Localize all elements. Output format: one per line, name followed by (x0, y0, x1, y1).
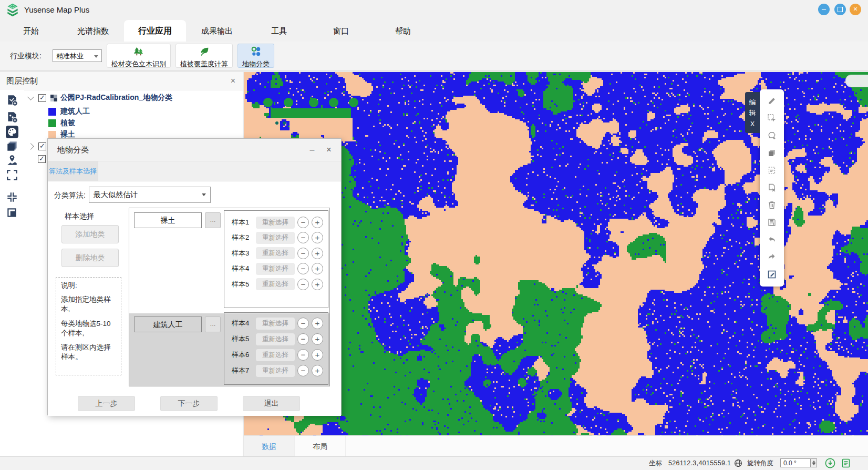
ribbon-button-1[interactable]: 植被覆盖度计算 (175, 44, 233, 68)
reselect-button[interactable]: 重新选择 (256, 365, 295, 377)
previous-step-button[interactable]: 上一步 (78, 396, 135, 411)
layer-checkbox[interactable]: ✓ (38, 94, 46, 102)
reselect-button[interactable]: 重新选择 (256, 349, 295, 361)
delete-feature-icon[interactable] (767, 183, 777, 192)
reselect-button[interactable]: 重新选择 (256, 333, 295, 345)
add-sample-button[interactable]: + (312, 217, 323, 228)
trash-icon[interactable] (767, 200, 777, 210)
layer-checkbox[interactable]: ✓ (38, 142, 46, 150)
copy-icon[interactable] (767, 148, 777, 158)
layer-row[interactable]: ✓ (24, 154, 46, 164)
rotation-input[interactable]: 0.0 ° (780, 458, 811, 467)
delete-class-button[interactable]: 删除地类 (61, 249, 119, 267)
reselect-button[interactable]: 重新选择 (256, 232, 295, 244)
ribbon-button-2[interactable]: 地物分类 (237, 44, 274, 68)
add-sample-button[interactable]: + (312, 318, 323, 329)
caret-right-icon[interactable] (27, 143, 34, 150)
basemap-icon[interactable] (6, 154, 18, 167)
menu-item-1[interactable]: 光谱指数 (62, 20, 124, 42)
pencil-icon[interactable] (767, 96, 777, 106)
remove-sample-button[interactable]: − (297, 248, 309, 259)
edit-toolbar-close[interactable]: X (750, 120, 755, 128)
collapse-icon[interactable] (6, 191, 18, 203)
add-polygon-icon[interactable] (767, 131, 777, 140)
ribbon-button-label: 植被覆盖度计算 (180, 59, 228, 69)
class-name-field[interactable]: 建筑人工 (134, 316, 202, 332)
reselect-button[interactable]: 重新选择 (256, 217, 295, 229)
fullscreen-icon[interactable] (6, 169, 18, 181)
dialog-close-button[interactable]: × (321, 139, 337, 161)
remove-sample-button[interactable]: − (297, 279, 309, 290)
tab-algorithm-sample[interactable]: 算法及样本选择 (48, 161, 98, 181)
caret-down-icon[interactable] (27, 94, 34, 100)
remove-sample-button[interactable]: − (297, 333, 309, 345)
spin-up-icon[interactable] (812, 461, 815, 463)
add-sample-button[interactable]: + (312, 365, 323, 376)
palette-icon[interactable] (6, 126, 18, 138)
view-tab-1[interactable]: 布局 (295, 436, 346, 457)
edit-toolbar-tab[interactable]: 编 辑 X (745, 92, 760, 133)
dialog-minimize-button[interactable]: – (304, 139, 320, 161)
add-sample-button[interactable]: + (312, 333, 323, 345)
remove-sample-button[interactable]: − (297, 365, 309, 376)
close-button[interactable]: × (850, 4, 861, 15)
menu-item-6[interactable]: 帮助 (372, 20, 434, 42)
add-sample-button[interactable]: + (312, 248, 323, 259)
reselect-button[interactable]: 重新选择 (256, 263, 295, 275)
menu-item-3[interactable]: 成果输出 (186, 20, 248, 42)
add-sample-button[interactable]: + (312, 232, 323, 243)
menu-item-2[interactable]: 行业应用 (124, 20, 186, 42)
spin-down-icon[interactable] (812, 463, 815, 465)
download-circle-icon[interactable] (825, 458, 835, 468)
rotation-spinner[interactable] (811, 458, 817, 467)
class-name-field[interactable]: 裸土 (134, 212, 202, 228)
sample-groups: 裸土...样本1重新选择−+样本2重新选择−+样本3重新选择−+样本4重新选择−… (129, 208, 330, 386)
module-select[interactable]: 精准林业 (53, 49, 102, 62)
add-sample-button[interactable]: + (312, 349, 323, 361)
select-rect-icon[interactable] (767, 114, 777, 123)
paste-icon[interactable] (767, 166, 777, 175)
globe-icon[interactable] (734, 459, 742, 467)
remove-sample-button[interactable]: − (297, 232, 309, 243)
maximize-button[interactable] (834, 4, 846, 15)
menu-item-4[interactable]: 工具 (248, 20, 310, 42)
more-button[interactable]: ... (205, 212, 221, 228)
layers-icon[interactable] (6, 140, 18, 152)
algorithm-select[interactable]: 最大似然估计 (89, 187, 211, 203)
sample-group-0[interactable]: 裸土...样本1重新选择−+样本2重新选择−+样本3重新选择−+样本4重新选择−… (129, 208, 329, 313)
save-icon[interactable] (767, 218, 777, 227)
edit-attributes-icon[interactable] (767, 270, 777, 279)
add-class-button[interactable]: 添加地类 (61, 225, 119, 243)
redo-icon[interactable] (767, 252, 777, 262)
layer-panel-close-icon[interactable]: × (231, 72, 235, 90)
layer-tree-root-row[interactable]: ✓ 公园PJ-RadCalibration_地物分类 (24, 93, 172, 103)
exit-button[interactable]: 退出 (243, 396, 300, 411)
menu-item-5[interactable]: 窗口 (310, 20, 372, 42)
layer-row-collapsed[interactable]: ✓ (24, 141, 46, 151)
add-sample-button[interactable]: + (312, 263, 323, 274)
reselect-button[interactable]: 重新选择 (256, 278, 295, 290)
view-tab-0[interactable]: 数据 (244, 436, 295, 457)
sample-group-1[interactable]: 建筑人工...样本4重新选择−+样本5重新选择−+样本6重新选择−+样本7重新选… (129, 313, 329, 386)
reselect-button[interactable]: 重新选择 (256, 247, 295, 259)
remove-sample-button[interactable]: − (297, 318, 309, 329)
more-button[interactable]: ... (205, 316, 221, 332)
add-vector-icon[interactable] (6, 94, 18, 107)
menu-item-0[interactable]: 开始 (0, 20, 62, 42)
layer-checkbox[interactable]: ✓ (38, 155, 46, 163)
rotation-label: 旋转角度 (747, 457, 773, 469)
undo-icon[interactable] (767, 235, 777, 244)
layer-name[interactable]: 公园PJ-RadCalibration_地物分类 (60, 93, 172, 103)
swipe-icon[interactable] (6, 207, 18, 219)
remove-sample-button[interactable]: − (297, 349, 309, 361)
log-document-icon[interactable] (841, 458, 851, 468)
remove-sample-button[interactable]: − (297, 263, 309, 274)
next-step-button[interactable]: 下一步 (160, 396, 218, 411)
ribbon-button-0[interactable]: 松材变色立木识别 (107, 44, 171, 68)
minimize-button[interactable]: – (818, 4, 830, 15)
add-raster-icon[interactable] (6, 111, 18, 124)
reselect-button[interactable]: 重新选择 (256, 318, 295, 330)
remove-sample-button[interactable]: − (297, 217, 309, 228)
dialog-titlebar[interactable]: 地物分类 – × (48, 139, 341, 161)
add-sample-button[interactable]: + (312, 279, 323, 290)
